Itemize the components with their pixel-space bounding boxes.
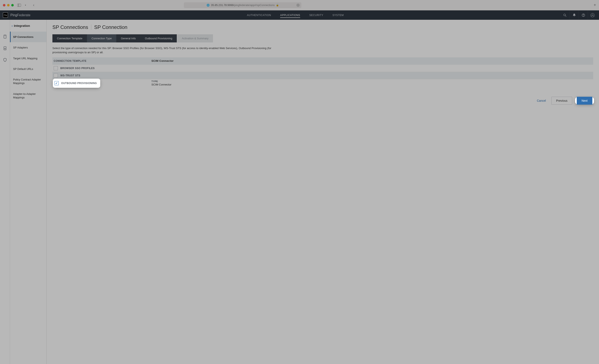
- breadcrumb: SP Connections SP Connection: [53, 24, 593, 30]
- option-outbound-provisioning[interactable]: OUTBOUND PROVISIONING: [54, 80, 99, 87]
- option-label: BROWSER SSO PROFILES: [60, 67, 95, 70]
- sidebar-item-sp-default-urls[interactable]: SP Default URLs: [10, 64, 46, 74]
- url-bar[interactable]: 🌐 35.85.231.78:9999/pingfederate/app#/sp…: [184, 2, 301, 8]
- globe-icon: 🌐: [207, 4, 210, 7]
- step-connection-type[interactable]: Connection Type: [87, 34, 116, 43]
- checkbox-ws-trust[interactable]: [54, 73, 58, 78]
- option-browser-sso[interactable]: BROWSER SSO PROFILES: [53, 65, 593, 72]
- close-window-button[interactable]: [3, 4, 5, 7]
- chevron-left-icon: ‹: [12, 24, 13, 27]
- brand-logo: Ping: [3, 12, 8, 18]
- svg-rect-4: [4, 35, 6, 38]
- svg-point-6: [5, 48, 5, 49]
- minimize-window-button[interactable]: [7, 4, 9, 7]
- breadcrumb-separator: [91, 25, 91, 30]
- sidebar-item-sp-adapters[interactable]: SP Adapters: [10, 42, 46, 53]
- option-ws-trust[interactable]: WS-TRUST STS: [53, 72, 593, 79]
- sidebar-item-adapter-to-adapter-mappings[interactable]: Adapter-to-Adapter Mappings: [10, 89, 46, 103]
- new-tab-button[interactable]: +: [594, 3, 596, 8]
- rail-shield-icon[interactable]: [3, 58, 7, 62]
- search-icon[interactable]: [560, 10, 570, 20]
- url-host: 35.85.231.78:9999: [211, 4, 233, 7]
- window-controls: [3, 4, 14, 7]
- breadcrumb-current: SP Connection: [94, 24, 127, 30]
- tab-group-dropdown-icon[interactable]: ▾: [22, 3, 28, 8]
- svg-point-0: [564, 14, 565, 16]
- svg-line-1: [565, 16, 566, 17]
- app-body: ‹ Integration SP Connections SP Adapters…: [0, 20, 599, 364]
- rail-connection-icon[interactable]: [3, 34, 7, 39]
- nav-back-button[interactable]: ‹: [31, 3, 37, 8]
- browser-chrome: ▾ ‹ 🌐 35.85.231.78:9999/pingfederate/app…: [0, 0, 599, 10]
- cancel-button[interactable]: Cancel: [535, 97, 548, 104]
- step-outbound-provisioning[interactable]: Outbound Provisioning: [141, 34, 177, 43]
- option-label: OUTBOUND PROVISIONING: [61, 82, 97, 85]
- template-row: CONNECTION TEMPLATE SCIM Connector: [53, 57, 593, 65]
- step-general-info[interactable]: General Info: [116, 34, 141, 43]
- tab-system[interactable]: SYSTEM: [332, 10, 344, 20]
- sidebar-item-policy-contract-adapter-mappings[interactable]: Policy Contract Adapter Mappings: [10, 74, 46, 89]
- next-button[interactable]: Next: [577, 97, 592, 105]
- help-icon[interactable]: [579, 10, 588, 20]
- notifications-icon[interactable]: [570, 10, 579, 20]
- option-outbound-provisioning-row: OUTBOUND PROVISIONING TYPE SCIM Connecto…: [53, 79, 593, 87]
- wizard-steps: Connection Template Connection Type Gene…: [53, 34, 593, 43]
- header-icons: [560, 10, 599, 20]
- page-actions-icon[interactable]: ⋯: [296, 4, 300, 7]
- main-content: SP Connections SP Connection Connection …: [47, 20, 599, 364]
- checkbox-outbound-provisioning[interactable]: [54, 81, 59, 85]
- type-label: TYPE: [151, 80, 171, 83]
- app-header: Ping PingFederate AUTHENTICATION APPLICA…: [0, 10, 599, 20]
- user-avatar-icon[interactable]: [588, 10, 597, 20]
- brand[interactable]: Ping PingFederate: [0, 12, 30, 18]
- previous-button[interactable]: Previous: [551, 97, 572, 105]
- lock-icon: 🔒: [276, 4, 279, 7]
- maximize-window-button[interactable]: [11, 4, 14, 7]
- connection-type-form: CONNECTION TEMPLATE SCIM Connector BROWS…: [53, 57, 593, 87]
- outbound-type-block: TYPE SCIM Connector: [151, 80, 171, 86]
- step-description: Select the type of connection needed for…: [53, 46, 285, 54]
- breadcrumb-parent[interactable]: SP Connections: [53, 24, 88, 30]
- sidebar-item-target-url-mapping[interactable]: Target URL Mapping: [10, 53, 46, 64]
- side-panel-heading[interactable]: ‹ Integration: [10, 20, 46, 32]
- template-value: SCIM Connector: [151, 59, 174, 62]
- tab-authentication[interactable]: AUTHENTICATION: [247, 10, 271, 20]
- tab-security[interactable]: SECURITY: [309, 10, 323, 20]
- step-activation-summary: Activation & Summary: [177, 34, 213, 43]
- svg-point-3: [583, 16, 583, 16]
- brand-name: PingFederate: [10, 13, 30, 17]
- side-panel-title: Integration: [14, 24, 30, 27]
- tab-applications[interactable]: APPLICATIONS: [280, 10, 300, 20]
- side-panel: ‹ Integration SP Connections SP Adapters…: [10, 20, 47, 364]
- sidebar-item-sp-connections[interactable]: SP Connections: [10, 32, 46, 42]
- rail-adapter-icon[interactable]: [3, 46, 7, 51]
- step-connection-template[interactable]: Connection Template: [53, 34, 87, 43]
- type-value: SCIM Connector: [151, 83, 171, 86]
- template-label: CONNECTION TEMPLATE: [54, 60, 151, 62]
- next-button-highlight: Next: [576, 98, 593, 103]
- url-path: /pingfederate/app#/spConnections: [234, 4, 275, 7]
- checkbox-browser-sso[interactable]: [54, 66, 58, 70]
- option-label: WS-TRUST STS: [60, 74, 80, 77]
- wizard-footer: Cancel Previous Next: [53, 97, 593, 111]
- sidebar-toggle-icon[interactable]: [16, 3, 22, 8]
- icon-rail: [0, 20, 10, 364]
- top-tabs: AUTHENTICATION APPLICATIONS SECURITY SYS…: [247, 10, 344, 20]
